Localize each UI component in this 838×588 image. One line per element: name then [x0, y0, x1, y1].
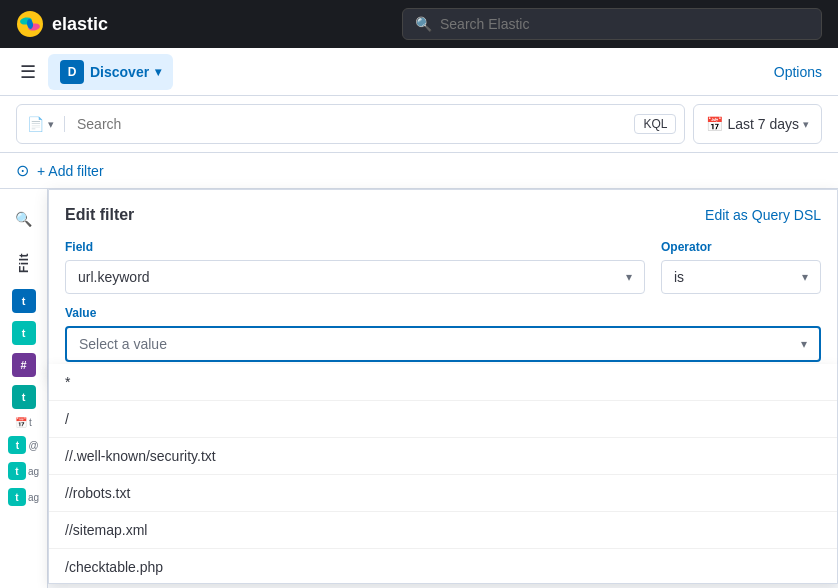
index-icon: 📄: [27, 116, 44, 132]
sidebar-calendar-row: 📅 t: [15, 417, 32, 428]
sidebar-ag-row2: t ag: [8, 488, 39, 506]
sidebar-badge-hash: #: [12, 353, 36, 377]
calendar-small-icon: 📅: [15, 417, 27, 428]
sidebar-badge-t2: t: [12, 321, 36, 345]
edit-as-query-button[interactable]: Edit as Query DSL: [705, 207, 821, 223]
global-search-bar[interactable]: 🔍: [402, 8, 822, 40]
sidebar-badge-t7: t: [8, 488, 26, 506]
sidebar-at-row: t @: [8, 436, 38, 454]
app-badge: D: [60, 60, 84, 84]
ag-text2: ag: [28, 492, 39, 503]
field-select-value: url.keyword: [78, 269, 150, 285]
filter-icon-button[interactable]: ⊙: [16, 161, 29, 180]
dropdown-item-star[interactable]: *: [49, 364, 837, 401]
operator-value: is: [674, 269, 684, 285]
edit-filter-panel: Edit filter Edit as Query DSL Field url.…: [48, 189, 838, 379]
ag-text1: ag: [28, 466, 39, 477]
operator-select[interactable]: is ▾: [661, 260, 821, 294]
main-content: 🔍 Filt t t # t 📅 t t @ t ag t ag Edit fi…: [0, 189, 838, 588]
sidebar-t4: t: [29, 417, 32, 428]
sidebar-badge-t3: t: [12, 385, 36, 409]
at-symbol: @: [28, 440, 38, 451]
field-label: Field: [65, 240, 645, 254]
discover-button[interactable]: D Discover ▾: [48, 54, 173, 90]
chevron-down-icon: ▾: [155, 65, 161, 79]
sidebar-search-icon[interactable]: 🔍: [6, 201, 42, 237]
dropdown-item-slash[interactable]: /: [49, 401, 837, 438]
filter-panel-label: Filt: [13, 245, 35, 281]
field-select[interactable]: url.keyword ▾: [65, 260, 645, 294]
operator-group: Operator is ▾: [661, 240, 821, 294]
kql-badge[interactable]: KQL: [634, 114, 676, 134]
filter-row: ⊙ + Add filter: [0, 153, 838, 189]
dropdown-item-security[interactable]: //.well-known/security.txt: [49, 438, 837, 475]
global-search-input[interactable]: [440, 16, 809, 32]
field-chevron-icon: ▾: [626, 270, 632, 284]
sidebar-badge-t1: t: [12, 289, 36, 313]
value-label: Value: [65, 306, 821, 320]
search-input[interactable]: [65, 116, 634, 132]
second-nav: ☰ D Discover ▾ Options: [0, 48, 838, 96]
value-chevron-icon: ▾: [801, 337, 807, 351]
edit-filter-title: Edit filter: [65, 206, 134, 224]
sidebar: 🔍 Filt t t # t 📅 t t @ t ag t ag: [0, 189, 48, 588]
elastic-logo: elastic: [16, 10, 108, 38]
edit-filter-header: Edit filter Edit as Query DSL: [65, 206, 821, 224]
elastic-logo-icon: [16, 10, 44, 38]
operator-chevron-icon: ▾: [802, 270, 808, 284]
date-range-selector[interactable]: 📅 Last 7 days ▾: [693, 104, 822, 144]
index-chevron-icon: ▾: [48, 118, 54, 131]
sidebar-ag-row1: t ag: [8, 462, 39, 480]
value-select-container: Select a value ▾ * / //.well-known/secur…: [65, 326, 821, 362]
search-row: 📄 ▾ KQL 📅 Last 7 days ▾: [0, 96, 838, 153]
calendar-icon: 📅: [706, 116, 723, 132]
dropdown-item-sitemap[interactable]: //sitemap.xml: [49, 512, 837, 549]
date-range-label: Last 7 days: [727, 116, 799, 132]
search-icon: 🔍: [415, 16, 432, 32]
logo-text: elastic: [52, 14, 108, 35]
value-dropdown: * / //.well-known/security.txt //robots.…: [48, 364, 838, 584]
filter-fields-row: Field url.keyword ▾ Operator is ▾: [65, 240, 821, 294]
options-button[interactable]: Options: [774, 64, 822, 80]
top-nav: elastic 🔍: [0, 0, 838, 48]
hamburger-button[interactable]: ☰: [16, 57, 40, 87]
index-selector[interactable]: 📄 ▾: [17, 116, 65, 132]
sidebar-badge-t5: t: [8, 436, 26, 454]
operator-label: Operator: [661, 240, 821, 254]
dropdown-item-robots[interactable]: //robots.txt: [49, 475, 837, 512]
add-filter-button[interactable]: + Add filter: [37, 163, 104, 179]
search-input-group: 📄 ▾ KQL: [16, 104, 685, 144]
value-placeholder: Select a value: [79, 336, 167, 352]
date-chevron-icon: ▾: [803, 118, 809, 131]
discover-label: Discover: [90, 64, 149, 80]
value-select[interactable]: Select a value ▾: [65, 326, 821, 362]
field-group: Field url.keyword ▾: [65, 240, 645, 294]
sidebar-badge-t6: t: [8, 462, 26, 480]
dropdown-item-checktable[interactable]: /checktable.php: [49, 549, 837, 584]
